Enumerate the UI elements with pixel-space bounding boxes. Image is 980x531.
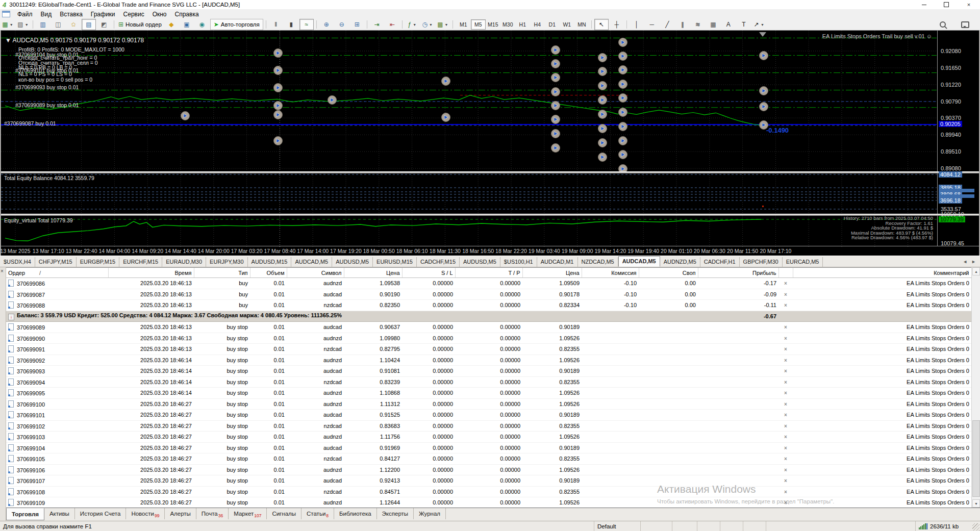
zoom-out-button[interactable]: ⊖: [335, 19, 349, 30]
terminal-tab-journal[interactable]: Журнал: [414, 508, 446, 519]
order-row[interactable]: 3706991022025.03.20 18:46:27buy stop0.01…: [6, 420, 971, 432]
search-button[interactable]: [936, 19, 950, 30]
order-row[interactable]: 3706991002025.03.20 18:46:27buy stop0.01…: [6, 398, 971, 410]
delete-order-icon[interactable]: ×: [784, 292, 787, 297]
chart-shift-button[interactable]: ⇤: [385, 19, 399, 30]
timeframe-h1[interactable]: H1: [515, 19, 530, 30]
order-row[interactable]: 3706990902025.03.20 18:46:13buy stop0.01…: [6, 333, 971, 344]
trendline-button[interactable]: ╱: [660, 19, 674, 30]
profiles-dropdown-icon[interactable]: ▼: [25, 23, 29, 27]
auto-scroll-button[interactable]: ⇥: [370, 19, 384, 30]
chart-window-icon[interactable]: [2, 11, 10, 17]
order-row[interactable]: 3706990942025.03.20 18:46:14buy stop0.01…: [6, 376, 971, 388]
new-chart-button[interactable]: ▦▼: [1, 19, 15, 30]
delete-order-icon[interactable]: ×: [784, 489, 787, 495]
timeframe-h4[interactable]: H4: [530, 19, 545, 30]
arrows-button[interactable]: ↗▼: [752, 19, 766, 30]
status-profile[interactable]: Default: [594, 521, 641, 531]
chart-tab[interactable]: EURCAD,M5: [783, 257, 823, 267]
tile-windows-button[interactable]: ⊞: [350, 19, 364, 30]
terminal-tab-signals[interactable]: Сигналы: [267, 508, 301, 519]
delete-order-icon[interactable]: ×: [784, 346, 787, 352]
timeframe-mn[interactable]: MN: [574, 19, 589, 30]
chart-tab[interactable]: EURCHF,M15: [119, 257, 162, 267]
balance-row[interactable]: ↓Баланс: 3 559.79 USD Кредит: 525.00 Сре…: [6, 311, 971, 322]
terminal-tab-mailbox[interactable]: Почта36: [196, 508, 229, 519]
cursor-button[interactable]: ↖: [594, 19, 609, 30]
timeframe-w1[interactable]: W1: [560, 19, 574, 30]
terminal-tab-experts[interactable]: Эксперты: [377, 508, 414, 519]
timeframe-d1[interactable]: D1: [545, 19, 560, 30]
minimize-button[interactable]: [913, 0, 935, 9]
fibonacci-button[interactable]: ≋: [691, 19, 705, 30]
delete-order-icon[interactable]: ×: [784, 281, 787, 286]
time-axis[interactable]: 13 Mar 202513 Mar 17:1013 Mar 22:4014 Ma…: [1, 246, 979, 256]
profiles-button[interactable]: ▧▼: [16, 19, 30, 30]
order-row[interactable]: 3706991082025.03.20 18:46:27buy stop0.01…: [6, 486, 971, 497]
chart-tab[interactable]: EURGBP,M15: [77, 257, 120, 267]
menu-help[interactable]: Справка: [171, 10, 203, 19]
order-row[interactable]: 3706990882025.03.20 18:46:13buy0.01nzdca…: [6, 300, 971, 311]
scrollbar-thumb[interactable]: [972, 420, 980, 497]
delete-order-icon[interactable]: ×: [784, 412, 787, 418]
new-chart-dropdown-icon[interactable]: ▼: [10, 23, 13, 27]
chart-tab[interactable]: AUDUSD,M5: [460, 257, 500, 267]
delete-order-icon[interactable]: ×: [784, 401, 787, 407]
terminal-tab-articles[interactable]: Статьи8: [301, 508, 334, 519]
order-row[interactable]: 3706991092025.03.20 18:46:27buy stop0.01…: [6, 497, 971, 508]
column-header[interactable]: Комментарий: [793, 268, 971, 278]
chart-tab[interactable]: AUDCAD,M1: [537, 257, 578, 267]
arrows-dropdown-icon[interactable]: ▼: [761, 23, 764, 27]
menu-file[interactable]: Файл: [13, 10, 37, 19]
menu-view[interactable]: Вид: [37, 10, 56, 19]
terminal-tab-trade[interactable]: Торговля: [6, 508, 44, 520]
column-header[interactable]: [778, 268, 793, 278]
order-row[interactable]: 3706991052025.03.20 18:46:27buy stop0.01…: [6, 453, 971, 465]
column-header[interactable]: Цена: [344, 268, 402, 278]
delete-order-icon[interactable]: ×: [784, 478, 787, 484]
chart-tab[interactable]: CADCHF,M15: [417, 257, 460, 267]
terminal-tab-assets[interactable]: Активы: [44, 508, 75, 519]
text-button[interactable]: A: [721, 19, 736, 30]
order-row[interactable]: 3706990912025.03.20 18:46:13buy stop0.01…: [6, 344, 971, 355]
scroll-up-icon[interactable]: ▲: [972, 267, 980, 275]
column-header[interactable]: Комиссия: [582, 268, 639, 278]
timeframe-m1[interactable]: M1: [456, 19, 471, 30]
menu-service[interactable]: Сервис: [119, 10, 148, 19]
column-header[interactable]: Ордер/: [6, 268, 108, 278]
navigator-button[interactable]: ✩: [66, 19, 81, 30]
column-header[interactable]: Прибыль: [698, 268, 778, 278]
terminal-close-icon[interactable]: ×: [1, 269, 4, 274]
market-watch-button[interactable]: ▥: [36, 19, 50, 30]
delete-order-icon[interactable]: ×: [784, 390, 787, 396]
delete-order-icon[interactable]: ×: [784, 324, 787, 330]
terminal-tab-account-history[interactable]: История Счета: [75, 508, 127, 519]
data-window-button[interactable]: ◫: [51, 19, 65, 30]
chart-tab[interactable]: EURJPY,M30: [206, 257, 247, 267]
order-row[interactable]: 3706991062025.03.20 18:46:27buy stop0.01…: [6, 464, 971, 475]
chat-button[interactable]: [958, 19, 972, 30]
menu-insert[interactable]: Вставка: [56, 10, 87, 19]
community-button[interactable]: ◉: [195, 19, 209, 30]
chart-tab[interactable]: EURAUD,M30: [162, 257, 206, 267]
column-header[interactable]: Цена: [522, 268, 582, 278]
indicators-dropdown-icon[interactable]: ▼: [413, 23, 416, 27]
terminal-tab-market[interactable]: Маркет107: [229, 508, 267, 519]
tabs-scroll-left-icon[interactable]: ◄: [963, 259, 967, 264]
menu-charts[interactable]: Графики: [87, 10, 119, 19]
maximize-button[interactable]: [935, 0, 958, 9]
chart-tab[interactable]: $USDX,H4: [0, 257, 35, 267]
timeframe-m15[interactable]: M15: [486, 19, 500, 30]
chart-tab[interactable]: AUDNZD,M5: [660, 257, 700, 267]
column-header[interactable]: Время: [108, 268, 194, 278]
timeframe-m5[interactable]: M5: [471, 19, 486, 30]
order-row[interactable]: 3706991072025.03.20 18:46:27buy stop0.01…: [6, 475, 971, 487]
chart-tab[interactable]: $US100,H1: [500, 257, 537, 267]
text-label-button[interactable]: T: [737, 19, 751, 30]
timeframe-m30[interactable]: M30: [500, 19, 515, 30]
chart-bars-button[interactable]: ‖: [269, 19, 283, 30]
scroll-down-icon[interactable]: ▼: [972, 499, 980, 508]
orders-scrollbar[interactable]: ▲ ▼: [971, 267, 980, 508]
delete-order-icon[interactable]: ×: [784, 500, 787, 505]
equidistant-channel-button[interactable]: ∥: [675, 19, 690, 30]
